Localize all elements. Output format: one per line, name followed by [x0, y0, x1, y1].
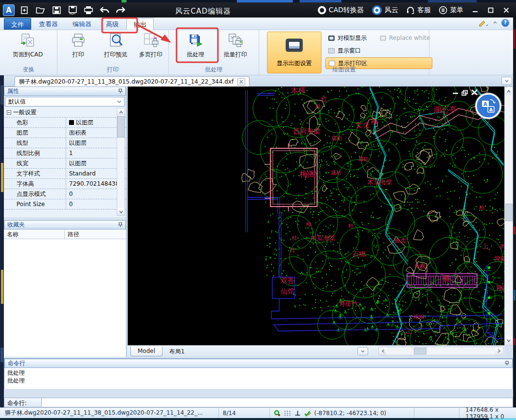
menu-tab-2[interactable]: 查看器 [32, 18, 65, 30]
save-button[interactable] [50, 5, 63, 16]
print-button[interactable]: 打印 [61, 32, 95, 66]
property-row[interactable]: 色彩以图层 [4, 118, 126, 128]
property-row[interactable]: 线宽以图层 [4, 158, 126, 169]
edit-pencil-icon[interactable] [478, 19, 489, 27]
property-row[interactable]: 线型以图层 [4, 138, 126, 148]
svg-text:PDF: PDF [70, 11, 75, 15]
batch-print-icon [227, 33, 244, 48]
scrollbar-thumb[interactable] [505, 204, 513, 221]
open-file-button[interactable] [34, 5, 47, 16]
page-to-cad-button[interactable]: 页面到CAD [11, 32, 45, 66]
cad-converter-button[interactable]: CAD转换器 [316, 2, 366, 18]
viewport-hscrollbar[interactable] [378, 347, 503, 355]
toggle-replace-white[interactable]: Replace white [377, 32, 432, 44]
quick-print-button[interactable] [82, 5, 95, 16]
scrollbar-thumb[interactable] [117, 116, 125, 138]
batch-process-button[interactable]: 批处理 [178, 32, 213, 66]
preset-dropdown[interactable]: 默认值 [5, 97, 125, 106]
scroll-down-button[interactable] [505, 337, 512, 344]
cad-label: 木槿 [291, 87, 305, 95]
menu-tab-5[interactable]: 输出 [126, 18, 154, 30]
menu-tab-3[interactable]: 编辑器 [66, 18, 98, 30]
scroll-down-button[interactable] [117, 208, 125, 215]
cad-converter-label: CAD转换器 [329, 6, 364, 15]
app-logo-icon[interactable]: A [3, 4, 15, 16]
show-window-icon [328, 48, 335, 54]
cad-label: 双香 [281, 277, 294, 284]
toggle-model-display[interactable]: 对模型显示 [325, 32, 369, 44]
menu-button[interactable]: 菜单 [437, 2, 465, 18]
batch-process-icon [187, 32, 204, 49]
collapse-ribbon-icon[interactable] [493, 20, 498, 25]
fengyun-logo-icon [372, 5, 382, 16]
cad-viewport[interactable]: 木槿红桂西府海棠女贞柳湖心亭扁柏扁柏扁柏梅阁木瓜海棠梅柏柏桂桂木瓜海棠石榴银杏双… [127, 87, 504, 345]
favorites-panel-header[interactable]: 收藏夹 [4, 220, 126, 229]
pin-icon[interactable] [505, 361, 509, 368]
scroll-left-button[interactable] [379, 348, 387, 355]
cad-label: 寿星竹 [339, 300, 358, 307]
fengyun-button[interactable]: 风云 [370, 2, 400, 18]
scrollbar-thumb[interactable] [414, 348, 427, 354]
menu-tab-4[interactable]: 高级 [99, 18, 125, 30]
property-row[interactable]: 点显示模式0 [4, 189, 126, 199]
property-row[interactable]: Point Size0 [4, 199, 126, 210]
document-tab-bar: 狮子林.dwg2020-07-27_11_11_38_015.dwg2020-0… [4, 75, 513, 87]
pin-icon[interactable] [118, 88, 123, 95]
property-row[interactable]: 线型比例1 [4, 148, 126, 158]
snap-toggle-icon[interactable] [274, 410, 281, 417]
tab-model[interactable]: Model [130, 347, 162, 356]
document-tab[interactable]: 狮子林.dwg2020-07-27_11_11_38_015.dwg2020-0… [15, 76, 249, 87]
support-button[interactable]: 客服 [404, 2, 433, 18]
property-row[interactable]: 图层面积表 [4, 128, 126, 138]
scroll-up-button[interactable] [117, 108, 125, 116]
toggle-show-window[interactable]: 显示窗口 [325, 45, 432, 56]
command-panel-header[interactable]: 命令行 [4, 359, 513, 368]
collapse-box-icon[interactable] [7, 110, 11, 115]
help-button[interactable]: ? [501, 19, 509, 27]
pin-icon[interactable] [118, 222, 123, 229]
scroll-up-button[interactable] [505, 88, 512, 95]
property-group-row[interactable]: 一般设置 [4, 107, 126, 118]
property-row[interactable]: 字体高7290.702148438 [4, 179, 126, 189]
command-history[interactable]: 批处理批处理 [4, 368, 513, 389]
properties-panel-header[interactable]: 属性 [4, 87, 126, 96]
property-row[interactable]: 文字样式Standard [4, 169, 126, 179]
svg-text:A: A [483, 102, 487, 107]
command-panel: 命令行 批处理批处理 [4, 358, 513, 389]
scroll-right-button[interactable] [495, 348, 502, 355]
favorites-col-name[interactable]: 名称 [4, 229, 65, 239]
batch-print-button[interactable]: 批量打印 [218, 32, 252, 66]
viewport-vscrollbar[interactable] [504, 87, 513, 345]
status-bar: 狮子林.dwg2020-07-27_11_11_38_015.dwg2020-0… [0, 407, 516, 418]
tab-list-chevron-button[interactable] [501, 77, 512, 85]
redo-button[interactable] [114, 5, 127, 16]
cad-label: 扁柏 [358, 156, 369, 162]
menu-tab-1[interactable]: 文件 [4, 18, 31, 30]
osnap-toggle-icon[interactable] [304, 410, 311, 417]
fengyun-label: 风云 [385, 6, 398, 15]
group-label-transform: 变换 [0, 66, 57, 74]
minimize-button[interactable] [469, 5, 481, 16]
status-blank [414, 408, 460, 418]
grid-toggle-icon[interactable] [284, 410, 291, 417]
translate-button[interactable]: AA [475, 92, 502, 120]
maximize-button[interactable] [485, 5, 497, 16]
command-input[interactable] [42, 398, 513, 407]
status-coordinates: (-87810.2; -46723.14; 0) [314, 410, 386, 417]
layout-list-chevron-button[interactable] [357, 347, 368, 355]
favorites-list[interactable] [4, 239, 126, 356]
property-label: 线型比例 [4, 148, 66, 158]
favorites-col-path[interactable]: 路径 [65, 229, 82, 239]
undo-button[interactable] [98, 5, 111, 16]
multipage-print-button[interactable]: 多页打印 [134, 32, 167, 66]
save-pdf-button[interactable]: PDF [66, 5, 79, 16]
tab-layout1[interactable]: 布局1 [162, 347, 192, 356]
document-close-button[interactable] [237, 78, 245, 86]
close-button[interactable] [500, 5, 512, 16]
mdi-window-controls[interactable] [453, 90, 477, 95]
ortho-toggle-icon[interactable] [294, 410, 301, 417]
new-file-button[interactable] [18, 5, 31, 16]
print-preview-button[interactable]: 打印预览 [97, 32, 134, 66]
property-grid-scrollbar[interactable] [117, 108, 125, 216]
property-label: 图层 [4, 128, 66, 138]
